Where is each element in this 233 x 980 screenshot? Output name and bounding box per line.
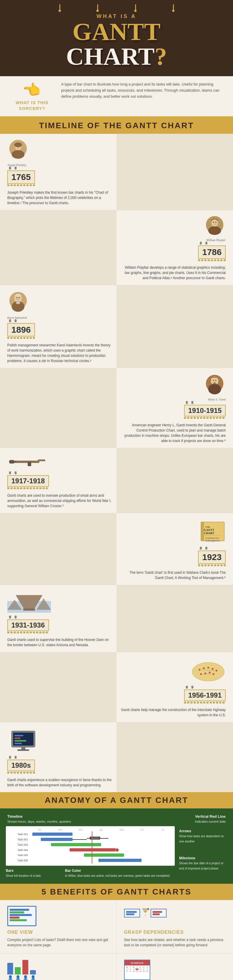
benefits-row-1: ONE VIEW Complex project! Lots of tasks?… <box>0 900 233 954</box>
svg-rect-71 <box>18 749 29 751</box>
timeline-section-header: TIMELINE OF THE GANTT CHART <box>0 118 233 134</box>
timeline-row-1923: THE GANTT CHART A Working Tool of Manage… <box>0 513 233 585</box>
tl-left-wwi: 1917-1918 Gantt charts are used to overs… <box>0 448 116 513</box>
henry-gantt-name: Henry L. Gantt <box>208 398 226 401</box>
timeline-text-wwi: Gantt charts are used to oversee product… <box>7 493 112 509</box>
grasp-deps-title: GRASP DEPENDENCIES <box>124 930 226 935</box>
chain-2 <box>96 4 99 12</box>
date-dam: 1931-1936 <box>7 618 49 633</box>
svg-point-55 <box>207 667 209 668</box>
gantt-row-4: Task 004 <box>8 848 173 852</box>
gantt-row-3: Task 003 <box>8 842 173 847</box>
adamiecki-name: Karol Adamiecki <box>7 316 29 319</box>
svg-rect-67 <box>14 737 21 739</box>
benefit-one-view: ONE VIEW Complex project! Lots of tasks?… <box>0 900 117 953</box>
timeline-row-wwi: 1917-1918 Gantt charts are used to overs… <box>0 448 233 513</box>
bars-label-text: Show full duration of a task. <box>6 874 41 877</box>
gantt-row-5: Task 005 <box>8 853 173 858</box>
header-section: WHAT IS A GANTT CHART ? <box>0 0 233 76</box>
svg-point-6 <box>14 143 22 147</box>
svg-point-9 <box>208 226 221 235</box>
tl-right-1786: William Playfair 1786 William Playfair d… <box>116 210 233 285</box>
svg-point-23 <box>215 380 216 381</box>
arrow-tooltip: TASK002 <box>90 837 100 840</box>
bar-color-label: Bar Color In Wrike, blue tasks are activ… <box>65 869 175 878</box>
svg-point-56 <box>212 668 214 670</box>
bar-color-label-text: In Wrike, blue tasks are active, red tas… <box>65 874 169 877</box>
chain-3 <box>134 4 137 12</box>
anatomy-top-labels: Timeline Shows hours, days, weeks, month… <box>6 814 227 824</box>
grasp-deps-text: See how tasks are related, and whether a… <box>124 937 226 948</box>
us-map-icon <box>191 660 226 683</box>
gantt-header-row: Jan Feb Mar Apr May Jun Jul <box>8 829 173 831</box>
bar-color-label-title: Bar Color <box>65 869 175 873</box>
header-title-gantt: GANTT <box>12 19 221 44</box>
vertical-red-line-label: Vertical Red Line Indicates current date <box>195 814 226 824</box>
anatomy-title: ANATOMY OF A GANTT CHART <box>3 795 230 805</box>
timeline-row-1765: Joseph Priestley 1765 Joseph Priestley m… <box>0 134 233 210</box>
svg-rect-69 <box>14 743 22 744</box>
bars-label-title: Bars <box>6 869 61 873</box>
one-view-text: Complex project! Lots of tasks? Distill … <box>7 937 109 948</box>
svg-text:A Working Tool: A Working Tool <box>205 537 219 539</box>
computer-icon <box>7 730 39 753</box>
tl-right-1765 <box>116 134 233 210</box>
arrows-label: Arrows Show how tasks are dependent on o… <box>179 829 227 844</box>
svg-text:THE: THE <box>205 526 210 528</box>
benefit-resource-usage: 👤 👤 👤 👤 RESOURCE USAGE View which resour… <box>0 954 117 980</box>
svg-rect-27 <box>28 462 31 466</box>
timeline-text-dam: Gantt charts used to supervise the build… <box>7 637 112 648</box>
svg-point-10 <box>212 219 217 226</box>
svg-rect-31 <box>16 461 16 463</box>
tl-left-1923 <box>0 513 116 585</box>
svg-rect-66 <box>14 735 23 736</box>
resource-usage-icon: 👤 👤 👤 👤 <box>7 959 109 980</box>
date-1896: 1896 <box>7 321 35 339</box>
tl-left-1980s: 1980s Gantt charts experience a sudden r… <box>0 722 116 792</box>
benefit-grasp-deps: ! GRASP DEPENDENCIES See how tasks are r… <box>117 900 233 953</box>
tl-right-highway: 1956-1991 Gantt charts help manage the c… <box>116 652 233 722</box>
timeline-section: Joseph Priestley 1765 Joseph Priestley m… <box>0 134 233 792</box>
timeline-row-dam: 1931-1936 Gantt charts used to supervise… <box>0 585 233 652</box>
date-1786: 1786 <box>198 244 226 261</box>
tl-right-1980s <box>116 722 233 792</box>
gantt-portrait: Henry L. Gantt <box>204 372 226 401</box>
timeline-text-1786: William Playfair develops a range of sta… <box>121 265 226 281</box>
timeline-label-text: Shows hours, days, weeks, months, quarte… <box>7 820 71 823</box>
tl-right-1910: Henry L. Gantt 1910-1915 American engine… <box>116 368 233 448</box>
anatomy-right-labels: Arrows Show how tasks are dependent on o… <box>179 826 227 871</box>
svg-point-24 <box>213 383 216 385</box>
sorcery-left: 👉 WHAT IS THIS SORCERY? <box>7 81 57 111</box>
tl-left-highway <box>0 652 116 722</box>
tl-right-wwi <box>116 448 233 513</box>
anatomy-content: Timeline Shows hours, days, weeks, month… <box>0 808 233 884</box>
timeline-text-highway: Gantt charts help manage the constructio… <box>121 707 226 718</box>
timeline-row-1896: Karol Adamiecki 1896 Polish management r… <box>0 285 233 368</box>
svg-point-12 <box>215 221 216 223</box>
anatomy-main-layout: Jan Feb Mar Apr May Jun Jul Task 001 <box>6 826 227 878</box>
chain-1 <box>59 4 61 12</box>
svg-point-2 <box>12 150 24 159</box>
gantt-visual: Jan Feb Mar Apr May Jun Jul Task 001 <box>6 826 175 866</box>
date-1910: 1910-1915 <box>184 403 226 419</box>
timeline-text-1765: Joseph Priestley makes the first known b… <box>7 190 112 205</box>
adamiecki-portrait: Karol Adamiecki <box>7 290 29 319</box>
adamiecki-portrait-svg <box>7 290 29 314</box>
gantt-row-1: Task 001 <box>8 832 173 837</box>
timeline-text-1910: American engineer Henry L. Gantt invents… <box>121 423 226 444</box>
timeline-title: TIMELINE OF THE GANTT CHART <box>3 121 230 130</box>
grasp-deps-icon: ! <box>124 906 226 926</box>
one-view-title: ONE VIEW <box>7 930 109 935</box>
vertical-red-line <box>92 831 93 863</box>
svg-point-16 <box>16 297 18 298</box>
svg-point-11 <box>213 221 214 223</box>
timeline-row-1910: Henry L. Gantt 1910-1915 American engine… <box>0 368 233 448</box>
tl-left-1910 <box>0 368 116 448</box>
timeline-text-1896: Polish management researcher Karol Adami… <box>7 342 112 363</box>
book-icon: THE GANTT CHART A Working Tool of Manage… <box>199 520 226 544</box>
playfair-name: William Playfair <box>206 239 226 242</box>
tl-right-dam <box>116 585 233 652</box>
arrows-label-title: Arrows <box>179 829 227 833</box>
priestley-portrait: Joseph Priestley <box>7 138 29 167</box>
sorcery-section: 👉 WHAT IS THIS SORCERY? A type of bar ch… <box>0 76 233 118</box>
